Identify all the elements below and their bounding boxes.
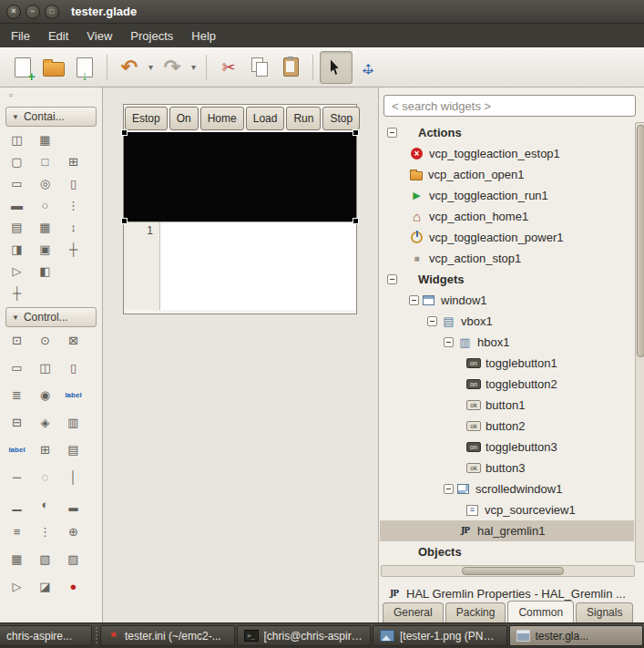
tree-row[interactable]: button2 [380, 416, 634, 437]
palette-icon[interactable]: ▂ [66, 499, 81, 510]
tree-row[interactable]: vbox1 [380, 311, 634, 332]
palette-icon[interactable]: ▯ [66, 362, 81, 374]
tree-row[interactable]: togglebutton3 [380, 437, 634, 458]
tab-common[interactable]: Common [507, 601, 574, 622]
palette-section-controls[interactable]: ▼ Control... [5, 307, 97, 327]
palette-icon[interactable]: ▦ [9, 553, 25, 565]
tree-row[interactable]: vcp_sourceview1 [380, 499, 634, 520]
tree-row[interactable]: button3 [380, 458, 634, 478]
menu-projects[interactable]: Projects [121, 26, 182, 46]
selection-handle[interactable] [121, 129, 128, 136]
tree-row[interactable]: window1 [380, 290, 634, 311]
design-button-home[interactable]: Home [200, 107, 244, 130]
collapse-icon[interactable] [444, 484, 454, 494]
redo-dropdown-button[interactable] [188, 54, 199, 81]
palette-icon[interactable]: ◫ [37, 362, 53, 374]
tree-row[interactable]: vcp_toggleaction_power1 [380, 227, 634, 248]
selection-handle[interactable] [121, 218, 128, 224]
palette-icon[interactable]: ▷ [9, 581, 25, 592]
search-input[interactable]: < search widgets > [383, 95, 636, 117]
collapse-icon[interactable] [444, 337, 454, 347]
selection-handle[interactable] [353, 129, 359, 136]
collapse-icon[interactable] [387, 128, 397, 138]
tab-packing[interactable]: Packing [445, 602, 506, 622]
undo-dropdown-button[interactable] [145, 54, 157, 81]
palette-icon[interactable]: ▯ [66, 178, 81, 190]
tree-row-selected[interactable]: hal_gremlin1 [380, 520, 634, 541]
collapse-icon[interactable] [387, 274, 397, 284]
palette-icon[interactable]: ▧ [37, 553, 53, 565]
scrollbar-thumb[interactable] [637, 125, 644, 357]
palette-icon[interactable]: ◫ [9, 134, 25, 146]
open-project-button[interactable] [38, 52, 69, 83]
palette-icon[interactable]: ▦ [37, 134, 53, 146]
palette-icon[interactable]: ⊕ [66, 526, 81, 538]
palette-icon[interactable]: ⊙ [37, 334, 53, 346]
cut-button[interactable] [213, 52, 244, 83]
palette-icon[interactable]: ◐ [37, 499, 53, 510]
palette-icon[interactable]: ● [66, 581, 81, 592]
hal-gremlin-preview[interactable] [124, 132, 356, 221]
design-button-stop[interactable]: Stop [322, 107, 360, 130]
palette-icon[interactable]: ↕ [66, 221, 81, 233]
palette-icon[interactable]: ▷ [9, 265, 25, 277]
tree-row-widgets[interactable]: Widgets [380, 269, 634, 290]
palette-icon[interactable]: ◉ [37, 389, 53, 401]
design-togglebutton-on[interactable]: On [169, 107, 199, 130]
menu-view[interactable]: View [77, 26, 121, 46]
palette-icon[interactable]: ▦ [37, 221, 53, 233]
close-icon[interactable] [6, 5, 21, 19]
palette-icon[interactable]: ○ [37, 200, 53, 211]
copy-button[interactable] [244, 52, 275, 83]
tab-general[interactable]: General [383, 602, 444, 622]
new-project-button[interactable] [7, 52, 38, 83]
palette-icon[interactable]: ▁ [9, 499, 25, 510]
palette-icon[interactable]: ≡ [9, 526, 25, 538]
palette-icon[interactable]: ≣ [9, 389, 25, 401]
menu-help[interactable]: Help [182, 26, 225, 46]
palette-icon[interactable]: ▢ [9, 156, 25, 168]
palette-icon[interactable]: ▣ [37, 243, 53, 255]
taskbar-item[interactable]: [tester-1.png (PNG ... [373, 625, 507, 646]
palette-icon[interactable]: ▥ [66, 417, 81, 428]
tree-row-actions[interactable]: Actions [380, 122, 634, 143]
taskbar-handle[interactable] [94, 627, 98, 644]
taskbar-item-active[interactable]: tester.gla... [509, 625, 644, 646]
paste-button[interactable] [275, 52, 306, 83]
palette-icon[interactable]: ⊠ [66, 334, 81, 346]
tree-row[interactable]: hbox1 [380, 332, 634, 353]
palette-icon[interactable]: ◌ [37, 471, 53, 483]
palette-icon[interactable]: ◧ [37, 265, 53, 277]
tab-signals[interactable]: Signals [576, 602, 633, 622]
palette-icon[interactable]: ⊡ [9, 334, 25, 346]
palette-icon[interactable]: ◨ [9, 243, 25, 255]
palette-icon[interactable]: ⋮ [66, 200, 81, 211]
design-togglebutton-estop[interactable]: Estop [125, 107, 168, 130]
palette-section-containers[interactable]: ▼ Contai... [5, 107, 97, 127]
collapse-icon[interactable] [409, 295, 419, 305]
drag-resize-tool-button[interactable] [353, 52, 383, 83]
tree-row[interactable]: togglebutton1 [380, 353, 634, 374]
tree-vertical-scrollbar[interactable] [635, 122, 644, 562]
tree-row[interactable]: vcp_action_stop1 [380, 248, 634, 269]
tree-row[interactable]: scrolledwindow1 [380, 478, 634, 499]
menu-edit[interactable]: Edit [39, 26, 77, 46]
palette-icon[interactable]: ▭ [9, 362, 25, 374]
menu-file[interactable]: File [2, 26, 39, 46]
palette-icon[interactable]: ▭ [9, 178, 25, 190]
palette-icon[interactable]: ▤ [9, 221, 25, 233]
design-window[interactable]: Estop On Home Load Run Stop 1 [123, 104, 357, 314]
scrollbar-thumb[interactable] [462, 567, 564, 575]
palette-icon[interactable]: ▬ [9, 200, 25, 211]
collapse-icon[interactable] [427, 316, 437, 326]
palette-icon[interactable]: label [9, 444, 25, 456]
tree-row[interactable]: vcp_toggleaction_estop1 [380, 143, 634, 164]
sourceview-text-area[interactable] [160, 222, 356, 310]
palette-icon[interactable]: ─ [9, 471, 25, 483]
palette-icon[interactable]: ◈ [37, 417, 53, 428]
palette-icon[interactable]: ⊞ [66, 156, 81, 168]
palette-icon[interactable]: □ [37, 156, 53, 168]
taskbar-item[interactable]: tester.ini (~/emc2-... [100, 625, 235, 646]
maximize-icon[interactable] [45, 5, 59, 19]
palette-icon[interactable]: │ [66, 471, 81, 483]
